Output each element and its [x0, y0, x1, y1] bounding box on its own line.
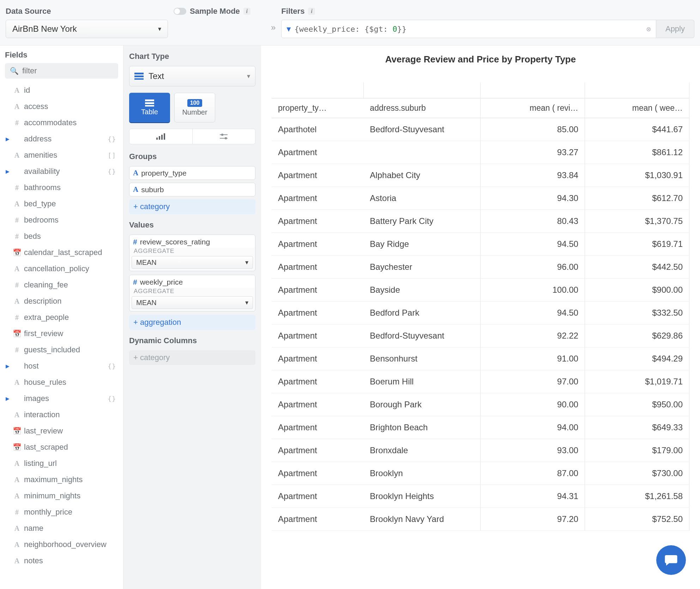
- field-type-icon: #: [12, 346, 22, 354]
- field-item-interaction[interactable]: Ainteraction: [5, 407, 118, 423]
- add-aggregation[interactable]: + aggregation: [129, 315, 255, 330]
- data-source-select[interactable]: AirBnB New York ▾: [6, 20, 168, 38]
- chart-type-select[interactable]: Text ▾: [129, 66, 255, 86]
- cell-suburb: Bedford-Stuyvesant: [363, 324, 480, 347]
- chevron-right-icon: ▶: [6, 169, 12, 174]
- table-row[interactable]: ApartmentBedford-Stuyvesant92.22$629.86: [272, 324, 689, 347]
- field-item-images[interactable]: ▶images{}: [5, 390, 118, 407]
- chevron-down-icon: ▾: [247, 72, 250, 80]
- field-item-house_rules[interactable]: Ahouse_rules: [5, 374, 118, 390]
- cell-suburb: Astoria: [363, 187, 480, 210]
- field-item-maximum_nights[interactable]: Amaximum_nights: [5, 472, 118, 488]
- field-name: amenities: [24, 151, 57, 160]
- apply-button[interactable]: Apply: [656, 20, 694, 38]
- field-item-neighborhood_overview[interactable]: Aneighborhood_overview: [5, 536, 118, 553]
- subtype-table[interactable]: Table: [129, 93, 170, 122]
- field-type-icon: A: [12, 200, 22, 208]
- col-suburb[interactable]: address.suburb: [363, 98, 480, 118]
- table-row[interactable]: ApartmentAstoria94.30$612.70: [272, 187, 689, 210]
- cell-suburb: Bayside: [363, 278, 480, 301]
- field-item-minimum_nights[interactable]: Aminimum_nights: [5, 488, 118, 504]
- field-item-bed_type[interactable]: Abed_type: [5, 196, 118, 212]
- field-item-bedrooms[interactable]: #bedrooms: [5, 212, 118, 228]
- field-type-icon: #: [12, 281, 22, 289]
- fields-sidebar: Fields 🔍 AidAaccess#accommodates▶address…: [0, 45, 123, 589]
- group-pill-suburb[interactable]: A suburb: [129, 183, 255, 196]
- field-type-icon: 📅: [12, 248, 22, 257]
- field-item-name[interactable]: Aname: [5, 520, 118, 536]
- table-row[interactable]: ApartmentBorough Park90.00$950.00: [272, 393, 689, 416]
- table-row[interactable]: AparthotelBedford-Stuyvesant85.00$441.67: [272, 118, 689, 141]
- sample-mode-toggle[interactable]: [174, 8, 186, 15]
- field-item-description[interactable]: Adescription: [5, 293, 118, 309]
- field-name: last_review: [24, 426, 63, 436]
- chat-fab[interactable]: [656, 545, 686, 575]
- col-mean-weekly[interactable]: mean ( wee…: [585, 98, 689, 118]
- settings-icon[interactable]: [193, 129, 255, 144]
- field-item-monthly_price[interactable]: #monthly_price: [5, 504, 118, 520]
- field-item-availability[interactable]: ▶availability{}: [5, 163, 118, 180]
- table-row[interactable]: ApartmentBay Ridge94.50$619.71: [272, 232, 689, 255]
- filter-query-text: {weekly_price: {$gt: 0}}: [294, 25, 406, 34]
- value-pill-review[interactable]: # review_scores_rating: [129, 235, 255, 248]
- col-property-type[interactable]: property_ty…: [272, 98, 363, 118]
- filters-label: Filters: [281, 7, 304, 16]
- field-item-beds[interactable]: #beds: [5, 228, 118, 244]
- table-row[interactable]: ApartmentBattery Park City80.43$1,370.75: [272, 210, 689, 232]
- clear-filter-icon[interactable]: ⊗: [646, 25, 651, 34]
- table-row[interactable]: Apartment93.27$861.12: [272, 141, 689, 164]
- group-pill-property-type[interactable]: A property_type: [129, 166, 255, 180]
- fields-filter-text[interactable]: [22, 66, 113, 75]
- filter-query-input[interactable]: ▼ {weekly_price: {$gt: 0}} ⊗: [281, 20, 656, 38]
- col-mean-review[interactable]: mean ( revi…: [481, 98, 585, 118]
- table-row[interactable]: ApartmentBronxdale93.00$179.00: [272, 439, 689, 462]
- field-item-calendar_last_scraped[interactable]: 📅calendar_last_scraped: [5, 244, 118, 261]
- table-row[interactable]: ApartmentAlphabet City93.84$1,030.91: [272, 164, 689, 187]
- field-item-id[interactable]: Aid: [5, 82, 118, 98]
- table-row[interactable]: ApartmentBayside100.00$900.00: [272, 278, 689, 301]
- aggregate-select-weekly-price[interactable]: MEAN ▾: [132, 296, 253, 309]
- cell-mean-weekly: $1,030.91: [585, 164, 689, 187]
- fields-filter-input[interactable]: 🔍: [5, 63, 118, 79]
- field-item-notes[interactable]: Anotes: [5, 553, 118, 569]
- field-item-address[interactable]: ▶address{}: [5, 131, 118, 147]
- value-pill-weekly-price[interactable]: # weekly_price: [129, 275, 255, 288]
- field-type-icon: #: [12, 508, 22, 516]
- field-item-bathrooms[interactable]: #bathrooms: [5, 180, 118, 196]
- field-item-extra_people[interactable]: #extra_people: [5, 309, 118, 326]
- cell-suburb: Borough Park: [363, 393, 480, 416]
- field-item-cleaning_fee[interactable]: #cleaning_fee: [5, 277, 118, 293]
- table-row[interactable]: ApartmentBedford Park94.50$332.50: [272, 301, 689, 324]
- text-type-icon: A: [133, 169, 138, 177]
- table-row[interactable]: ApartmentBrighton Beach94.00$649.33: [272, 416, 689, 439]
- field-item-last_review[interactable]: 📅last_review: [5, 423, 118, 439]
- field-item-guests_included[interactable]: #guests_included: [5, 342, 118, 358]
- sort-icon[interactable]: [129, 129, 193, 144]
- info-icon[interactable]: i: [308, 8, 315, 15]
- subtype-number[interactable]: 100 Number: [174, 93, 215, 122]
- field-type-icon: A: [12, 378, 22, 387]
- cell-mean-review: 85.00: [481, 118, 585, 141]
- table-row[interactable]: ApartmentBoerum Hill97.00$1,019.71: [272, 370, 689, 393]
- info-icon[interactable]: i: [243, 8, 251, 15]
- type-badge: {}: [108, 395, 118, 402]
- field-item-last_scraped[interactable]: 📅last_scraped: [5, 439, 118, 455]
- table-icon: [134, 73, 144, 80]
- field-item-accommodates[interactable]: #accommodates: [5, 115, 118, 131]
- table-row[interactable]: ApartmentBrooklyn Navy Yard97.20$752.50: [272, 508, 689, 530]
- add-dynamic-category[interactable]: + category: [129, 350, 255, 365]
- field-item-access[interactable]: Aaccess: [5, 98, 118, 115]
- field-item-first_review[interactable]: 📅first_review: [5, 326, 118, 342]
- field-item-host[interactable]: ▶host{}: [5, 358, 118, 374]
- aggregate-select-review[interactable]: MEAN ▾: [132, 256, 253, 269]
- add-group-category[interactable]: + category: [129, 199, 255, 214]
- table-row[interactable]: ApartmentBrooklyn87.00$730.00: [272, 462, 689, 485]
- table-row[interactable]: ApartmentBrooklyn Heights94.31$1,261.58: [272, 485, 689, 508]
- field-item-cancellation_policy[interactable]: Acancellation_policy: [5, 261, 118, 277]
- field-item-amenities[interactable]: Aamenities[]: [5, 147, 118, 163]
- table-icon: [145, 99, 154, 107]
- table-row[interactable]: ApartmentBaychester96.00$442.50: [272, 255, 689, 278]
- field-item-listing_url[interactable]: Alisting_url: [5, 455, 118, 472]
- table-row[interactable]: ApartmentBensonhurst91.00$494.29: [272, 347, 689, 370]
- cell-property-type: Apartment: [272, 485, 363, 508]
